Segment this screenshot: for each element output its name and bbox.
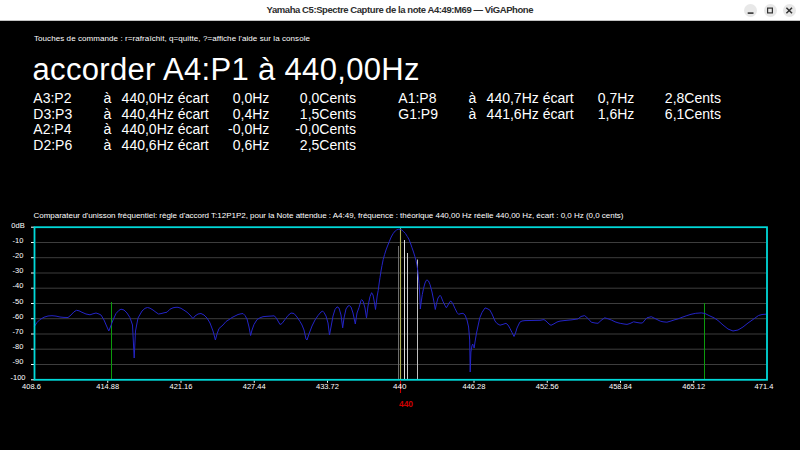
svg-text:408.6: 408.6 [22,382,41,391]
svg-text:1,5Cents: 1,5Cents [300,106,356,122]
svg-text:1,6Hz: 1,6Hz [598,106,635,122]
svg-text:440: 440 [399,399,413,409]
svg-text:-70: -70 [13,327,24,336]
svg-text:-100: -100 [10,373,25,382]
svg-text:Yamaha C5:Spectre Capture de l: Yamaha C5:Spectre Capture de la note A4:… [267,4,534,15]
svg-text:Comparateur d'unisson fréquent: Comparateur d'unisson fréquentiel: règle… [34,211,624,220]
svg-text:465.12: 465.12 [682,382,705,391]
svg-text:440,0Hz écart: 440,0Hz écart [122,121,209,137]
svg-text:441,6Hz écart: 441,6Hz écart [487,106,574,122]
svg-text:à: à [468,106,476,122]
svg-text:471.4: 471.4 [755,382,774,391]
svg-text:440: 440 [393,382,407,391]
svg-text:-50: -50 [13,297,24,306]
svg-text:-60: -60 [13,312,24,321]
svg-text:421.16: 421.16 [170,382,193,391]
svg-text:0,0Hz: 0,0Hz [233,90,270,106]
svg-text:2,5Cents: 2,5Cents [300,137,356,153]
svg-text:à: à [103,106,111,122]
svg-text:440,4Hz écart: 440,4Hz écart [122,106,209,122]
svg-text:D2:P6: D2:P6 [33,137,72,153]
svg-text:0,6Hz: 0,6Hz [233,137,270,153]
svg-text:440,7Hz écart: 440,7Hz écart [487,90,574,106]
svg-text:A3:P2: A3:P2 [33,90,71,106]
svg-text:414.88: 414.88 [96,382,119,391]
svg-text:458.84: 458.84 [609,382,632,391]
svg-text:452.56: 452.56 [536,382,559,391]
svg-text:440,0Hz écart: 440,0Hz écart [122,90,209,106]
svg-text:-90: -90 [13,357,24,366]
svg-text:D3:P3: D3:P3 [33,106,72,122]
svg-text:à: à [103,90,111,106]
svg-text:à: à [103,137,111,153]
svg-text:446.28: 446.28 [463,382,486,391]
svg-text:A1:P8: A1:P8 [398,90,436,106]
svg-text:2,8Cents: 2,8Cents [665,90,721,106]
svg-text:G1:P9: G1:P9 [398,106,438,122]
svg-text:Touches de commande : r=rafraî: Touches de commande : r=rafraîchit, q=qu… [34,34,311,43]
svg-text:440,6Hz écart: 440,6Hz écart [122,137,209,153]
svg-text:à: à [103,121,111,137]
svg-text:A2:P4: A2:P4 [33,121,71,137]
svg-text:-80: -80 [13,342,24,351]
svg-text:0,4Hz: 0,4Hz [233,106,270,122]
svg-text:0,7Hz: 0,7Hz [598,90,635,106]
svg-text:à: à [468,90,476,106]
svg-text:427.44: 427.44 [243,382,266,391]
svg-text:0dB: 0dB [11,221,24,230]
svg-text:-40: -40 [13,281,24,290]
svg-text:-30: -30 [13,266,24,275]
svg-text:433.72: 433.72 [316,382,339,391]
svg-text:-20: -20 [13,251,24,260]
svg-text:0,0Cents: 0,0Cents [300,90,356,106]
svg-text:-10: -10 [13,236,24,245]
svg-text:-0,0Hz: -0,0Hz [228,121,269,137]
svg-text:-0,0Cents: -0,0Cents [295,121,356,137]
svg-text:6,1Cents: 6,1Cents [665,106,721,122]
svg-text:accorder A4:P1 à 440,00Hz: accorder A4:P1 à 440,00Hz [33,52,420,87]
